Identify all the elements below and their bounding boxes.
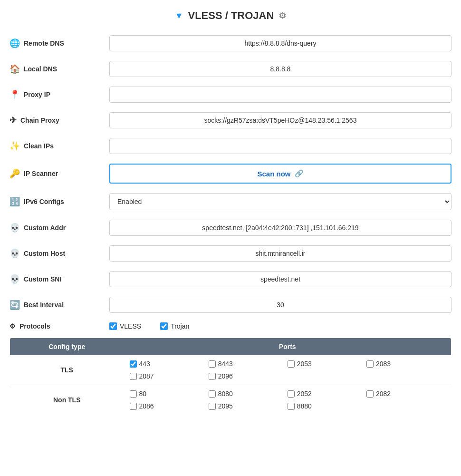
- sparkle-icon: ✨: [10, 141, 20, 151]
- custom-host-label-text: Custom Host: [24, 250, 65, 257]
- non-tls-port-8880[interactable]: 8880: [288, 402, 366, 410]
- non-tls-port-2082[interactable]: 2082: [366, 390, 445, 398]
- non-tls-port-80-checkbox[interactable]: [130, 390, 137, 398]
- tls-port-8443-label: 8443: [218, 360, 233, 368]
- ip-scanner-row: 🔑 IP Scanner Scan now 🔗: [10, 162, 451, 185]
- tls-port-8443[interactable]: 8443: [209, 360, 288, 368]
- external-link-icon: 🔗: [295, 169, 304, 178]
- table-row: TLS 443 8443: [10, 355, 451, 385]
- tls-port-2083-label: 2083: [376, 360, 391, 368]
- ipv6-configs-label-text: IPv6 Configs: [24, 198, 64, 205]
- non-tls-ports-container: 80 8080 2052: [130, 390, 446, 410]
- ipv6-configs-select[interactable]: Enabled Disabled: [109, 193, 451, 210]
- non-tls-port-2082-checkbox[interactable]: [366, 390, 374, 398]
- protocols-label: ⚙ Protocols: [10, 322, 105, 330]
- custom-host-wrapper: [109, 245, 451, 262]
- custom-sni-row: 💀 Custom SNI: [10, 269, 451, 289]
- tls-port-2053-checkbox[interactable]: [288, 360, 295, 368]
- protocols-icon: ⚙: [10, 322, 16, 330]
- non-tls-port-8080-checkbox[interactable]: [209, 390, 216, 398]
- non-tls-port-2052-checkbox[interactable]: [288, 390, 295, 398]
- proxy-ip-label: 📍 Proxy IP: [10, 89, 105, 100]
- trojan-protocol-item[interactable]: Trojan: [160, 322, 189, 330]
- tls-port-2087-checkbox[interactable]: [130, 373, 137, 380]
- protocols-label-text: Protocols: [19, 322, 50, 330]
- custom-host-row: 💀 Custom Host: [10, 243, 451, 263]
- tls-port-2053-label: 2053: [297, 360, 312, 368]
- remote-dns-row: 🌐 Remote DNS: [10, 33, 451, 53]
- tls-port-443-label: 443: [139, 360, 150, 368]
- non-tls-type-cell: Non TLS: [10, 385, 124, 415]
- best-interval-label: 🔄 Best Interval: [10, 300, 105, 310]
- vless-checkbox[interactable]: [109, 322, 117, 330]
- tls-port-2096-checkbox[interactable]: [209, 373, 216, 380]
- non-tls-port-2095[interactable]: 2095: [209, 402, 288, 410]
- trojan-label: Trojan: [171, 322, 189, 330]
- gear-icon[interactable]: ⚙: [279, 10, 286, 21]
- local-dns-input[interactable]: [109, 61, 451, 77]
- tls-ports-cell: 443 8443 2053: [124, 355, 451, 385]
- tls-port-2087[interactable]: 2087: [130, 372, 209, 380]
- tls-port-443-checkbox[interactable]: [130, 360, 137, 368]
- chain-proxy-label-text: Chain Proxy: [20, 117, 59, 124]
- clean-ips-wrapper: [109, 138, 451, 154]
- custom-addr-input[interactable]: [109, 220, 451, 236]
- tls-port-8443-checkbox[interactable]: [209, 360, 216, 368]
- remote-dns-label-text: Remote DNS: [24, 39, 64, 47]
- best-interval-row: 🔄 Best Interval: [10, 295, 451, 315]
- best-interval-input[interactable]: [109, 297, 451, 313]
- vless-label: VLESS: [120, 322, 141, 330]
- home-icon: 🏠: [10, 64, 20, 74]
- chain-proxy-label: ✈ Chain Proxy: [10, 115, 105, 126]
- non-tls-port-8080[interactable]: 8080: [209, 390, 288, 398]
- tls-type-cell: TLS: [10, 355, 124, 385]
- custom-addr-wrapper: [109, 220, 451, 236]
- custom-addr-label: 💀 Custom Addr: [10, 223, 105, 233]
- clean-ips-input[interactable]: [109, 138, 451, 154]
- remote-dns-input[interactable]: [109, 35, 451, 51]
- custom-addr-label-text: Custom Addr: [24, 224, 66, 232]
- non-tls-port-8880-checkbox[interactable]: [288, 403, 295, 410]
- interval-icon: 🔄: [10, 300, 20, 310]
- non-tls-port-2095-checkbox[interactable]: [209, 403, 216, 410]
- custom-sni-input[interactable]: [109, 271, 451, 287]
- non-tls-port-2086[interactable]: 2086: [130, 402, 209, 410]
- non-tls-port-8080-label: 8080: [218, 390, 233, 398]
- non-tls-port-2086-checkbox[interactable]: [130, 403, 137, 410]
- proxy-ip-input[interactable]: [109, 87, 451, 103]
- title-text: VLESS / TROJAN: [188, 10, 274, 22]
- tls-port-2083[interactable]: 2083: [366, 360, 445, 368]
- remote-dns-label: 🌐 Remote DNS: [10, 38, 105, 49]
- vless-protocol-item[interactable]: VLESS: [109, 322, 141, 330]
- ip-scanner-wrapper: Scan now 🔗: [109, 164, 451, 184]
- best-interval-wrapper: [109, 297, 451, 313]
- chain-proxy-row: ✈ Chain Proxy: [10, 110, 451, 130]
- tls-port-2053[interactable]: 2053: [288, 360, 366, 368]
- proxy-ip-wrapper: [109, 87, 451, 103]
- clean-ips-row: ✨ Clean IPs: [10, 136, 451, 156]
- globe-icon: 🌐: [10, 38, 20, 49]
- non-tls-port-2052[interactable]: 2052: [288, 390, 366, 398]
- non-tls-port-2086-label: 2086: [139, 402, 154, 410]
- custom-host-label: 💀 Custom Host: [10, 248, 105, 259]
- tls-port-443[interactable]: 443: [130, 360, 209, 368]
- tls-port-2096[interactable]: 2096: [209, 372, 288, 380]
- custom-addr-row: 💀 Custom Addr: [10, 218, 451, 238]
- chain-proxy-input[interactable]: [109, 112, 451, 128]
- proxy-ip-row: 📍 Proxy IP: [10, 85, 451, 105]
- clean-ips-label-text: Clean IPs: [24, 142, 54, 150]
- remote-dns-wrapper: [109, 35, 451, 51]
- triangle-icon: ▼: [175, 11, 183, 21]
- protocols-row: ⚙ Protocols VLESS Trojan: [10, 321, 451, 332]
- best-interval-label-text: Best Interval: [24, 301, 64, 309]
- custom-sni-label: 💀 Custom SNI: [10, 274, 105, 284]
- tls-port-2083-checkbox[interactable]: [366, 360, 374, 368]
- non-tls-port-8880-label: 8880: [297, 402, 312, 410]
- protocols-checks: VLESS Trojan: [109, 322, 451, 330]
- scan-now-button[interactable]: Scan now 🔗: [109, 164, 451, 184]
- table-row: Non TLS 80 8080: [10, 385, 451, 415]
- non-tls-port-80[interactable]: 80: [130, 390, 209, 398]
- tls-port-2087-label: 2087: [139, 372, 154, 380]
- custom-host-input[interactable]: [109, 245, 451, 262]
- trojan-checkbox[interactable]: [160, 322, 168, 330]
